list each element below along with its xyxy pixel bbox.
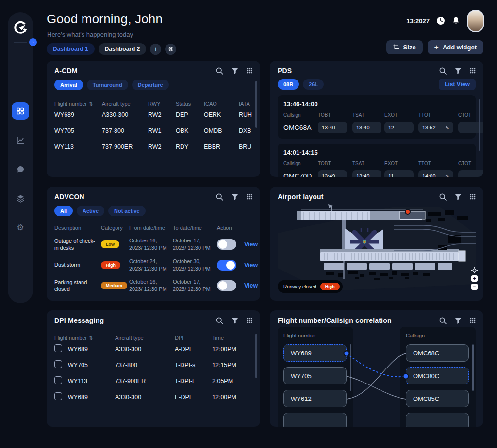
active-toggle[interactable] xyxy=(217,280,236,291)
tab-all[interactable]: All xyxy=(54,206,73,216)
search-icon[interactable] xyxy=(216,67,223,75)
exot-input[interactable]: 12 xyxy=(384,122,414,133)
drag-grip-icon[interactable] xyxy=(247,194,252,200)
table-row[interactable]: WY113737-900ERT-DPI-t2:05PM xyxy=(54,373,252,389)
tab-turnaround[interactable]: Turnaround xyxy=(87,80,128,90)
scrollbar[interactable] xyxy=(255,81,257,128)
row-checkbox[interactable] xyxy=(54,376,62,384)
tsat-input[interactable]: 13:40 xyxy=(352,122,381,133)
dpi-messaging-widget: DPI Messaging Flight number⇅ Aircraft ty… xyxy=(47,310,260,427)
size-button[interactable]: Size xyxy=(386,40,423,54)
sidebar-item-analytics[interactable] xyxy=(12,131,29,149)
exot-input[interactable]: 11 xyxy=(384,170,414,177)
view-link[interactable]: View xyxy=(244,282,258,289)
scrollbar[interactable] xyxy=(479,99,480,151)
active-toggle[interactable] xyxy=(217,260,236,271)
active-toggle[interactable] xyxy=(217,239,236,250)
filter-icon[interactable] xyxy=(232,68,238,74)
ttot-input[interactable]: 13:52✎ xyxy=(418,122,453,133)
search-icon[interactable] xyxy=(439,193,447,201)
filter-icon[interactable] xyxy=(455,318,462,324)
table-row[interactable]: WY113737-900ERRW2RDYEBBRBRU xyxy=(54,139,252,155)
drag-grip-icon[interactable] xyxy=(470,318,476,323)
status-badge: High xyxy=(101,261,120,269)
filter-icon[interactable] xyxy=(232,318,238,324)
dashboard-layers-button[interactable] xyxy=(165,44,176,55)
view-link[interactable]: View xyxy=(244,241,258,248)
row-checkbox[interactable] xyxy=(54,392,62,400)
tab-arrival[interactable]: Arrival xyxy=(54,80,83,90)
sidebar-item-layers[interactable] xyxy=(12,190,29,207)
sort-icon[interactable]: ⇅ xyxy=(89,336,93,341)
table-row[interactable]: WY689A330-300RW2DEPOERKRUH xyxy=(54,107,252,123)
ttot-input[interactable]: 14:00✎ xyxy=(418,170,453,177)
tsat-input[interactable]: 13:49 xyxy=(352,170,381,177)
drag-grip-icon[interactable] xyxy=(247,318,252,323)
col-flight-number[interactable]: Flight number xyxy=(54,101,87,107)
drag-grip-icon[interactable] xyxy=(247,68,252,74)
callsign-item[interactable]: OMC80C xyxy=(406,367,469,384)
crop-icon xyxy=(393,44,399,50)
edit-pencil-icon[interactable]: ✎ xyxy=(446,125,449,130)
tobt-input[interactable]: 13:40 xyxy=(318,122,347,133)
tobt-input[interactable]: 13:49 xyxy=(318,170,347,177)
tab-26l[interactable]: 26L xyxy=(303,79,324,90)
table-header: Flight number⇅ Aircraft type RWY Status … xyxy=(54,101,252,107)
filter-icon[interactable] xyxy=(232,194,238,200)
edit-pencil-icon[interactable]: ✎ xyxy=(446,174,449,177)
drag-grip-icon[interactable] xyxy=(470,68,476,74)
callsign-item[interactable]: OMC85C xyxy=(406,390,469,407)
app-logo-icon[interactable] xyxy=(13,20,28,35)
user-avatar[interactable] xyxy=(467,10,484,32)
filter-icon[interactable] xyxy=(455,194,462,200)
tab-08r[interactable]: 08R xyxy=(278,79,299,90)
bell-icon[interactable] xyxy=(452,16,460,25)
sidebar-item-messages[interactable] xyxy=(12,160,29,178)
tab-not-active[interactable]: Not active xyxy=(108,206,146,216)
tab-active[interactable]: Active xyxy=(77,206,104,216)
table-row[interactable]: WY689A330-300E-DPI12:00PM xyxy=(54,389,252,405)
search-icon[interactable] xyxy=(216,193,223,201)
flight-number-item[interactable]: WY705 xyxy=(283,367,347,384)
zoom-in-button[interactable]: + xyxy=(471,275,478,282)
sidebar-item-settings[interactable]: ⚙ xyxy=(12,219,29,236)
row-checkbox[interactable] xyxy=(54,344,62,352)
pds-widget: PDS 08R 26L List View 13:46-14:00 Callsi… xyxy=(270,61,483,177)
recenter-target-icon[interactable] xyxy=(471,267,478,273)
scrollbar[interactable] xyxy=(255,334,257,378)
add-widget-button[interactable]: + Add widget xyxy=(428,40,483,54)
table-row[interactable]: WY705737-800RW1OBKOMDBDXB xyxy=(54,123,252,139)
flight-number-item[interactable]: WY689 xyxy=(283,344,347,362)
row-checkbox[interactable] xyxy=(54,360,62,368)
filter-icon[interactable] xyxy=(455,68,462,74)
table-row[interactable]: WY705737-800T-DPI-s12:15PM xyxy=(54,357,252,373)
tab-dashboard-1[interactable]: Dashboard 1 xyxy=(47,43,95,55)
sort-icon[interactable]: ⇅ xyxy=(89,101,93,107)
col-flight-number[interactable]: Flight number xyxy=(54,335,87,341)
list-view-button[interactable]: List View xyxy=(439,79,476,90)
col-rwy: RWY xyxy=(148,101,176,107)
search-icon[interactable] xyxy=(216,317,223,324)
scrollbar[interactable] xyxy=(350,344,351,391)
clock-icon[interactable] xyxy=(436,16,445,25)
table-row[interactable]: WY689A330-300A-DPI12:00PM xyxy=(54,341,252,357)
zoom-out-button[interactable]: − xyxy=(471,284,478,290)
flight-number-item[interactable] xyxy=(283,413,347,427)
tab-dashboard-2[interactable]: Dashboard 2 xyxy=(99,43,147,55)
search-icon[interactable] xyxy=(439,67,447,75)
add-dashboard-button[interactable]: + xyxy=(150,44,161,55)
col-status: Status xyxy=(176,101,204,107)
drag-grip-icon[interactable] xyxy=(470,194,476,200)
panel-label: Flight number xyxy=(283,333,348,338)
callsign-item[interactable] xyxy=(406,413,469,427)
scrollbar[interactable] xyxy=(472,344,474,391)
flight-number-item[interactable]: WY612 xyxy=(283,390,347,407)
callsign-item[interactable]: OMC68C xyxy=(406,344,469,362)
search-icon[interactable] xyxy=(439,317,447,324)
ctot-input[interactable] xyxy=(458,170,483,177)
sidebar-item-dashboard[interactable] xyxy=(12,102,29,120)
plus-icon: + xyxy=(434,43,439,52)
tab-departure[interactable]: Departure xyxy=(132,80,169,90)
sidebar-expand-button[interactable]: › xyxy=(29,38,37,46)
view-link[interactable]: View xyxy=(244,262,258,269)
